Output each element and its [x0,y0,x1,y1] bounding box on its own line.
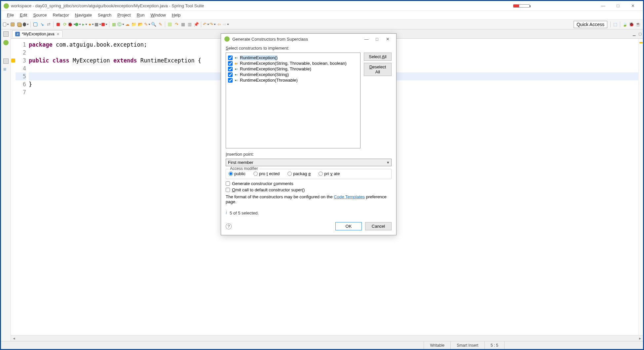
menu-source[interactable]: Source [30,12,49,18]
restore-view-icon[interactable] [3,31,9,37]
skip-breakpoints-button[interactable]: ↘ [39,21,45,27]
save-all-button[interactable] [16,21,22,27]
menu-navigate[interactable]: Navigate [72,12,95,18]
help-button[interactable]: ? [226,223,232,229]
constructor-checkbox[interactable] [228,67,233,71]
new-server-button[interactable]: ☁ [124,21,130,27]
constructor-checkbox[interactable] [228,72,233,77]
forward-button[interactable]: ⇨ [223,21,229,27]
dialog-close-button[interactable]: ✕ [382,37,393,42]
constructor-item[interactable]: ●c RuntimeException(String, Throwable) [228,66,358,72]
run-last-button[interactable]: ● [88,21,94,27]
overview-ruler[interactable] [638,39,643,335]
generate-comments-checkbox-row[interactable]: Generate constructor comments [226,181,392,186]
ok-button[interactable]: OK [335,222,362,230]
quick-access-field[interactable]: Quick Access [574,21,607,28]
prev-annotation-button[interactable]: ▦ [180,21,186,27]
perspective-jee-button[interactable]: ☕ [635,21,641,27]
search-button[interactable]: 🔍 [151,21,157,27]
menu-file[interactable]: File [4,12,17,18]
link-editor-button[interactable]: ⇄ [46,21,52,27]
perspective-java-button[interactable]: ⬚ [612,21,618,27]
menu-refactor[interactable]: Refactor [50,12,72,18]
scroll-left-icon[interactable]: ◂ [11,336,17,341]
menu-window[interactable]: Window [148,12,169,18]
omit-super-checkbox[interactable] [226,188,230,192]
new-package-button[interactable]: ▦ [111,21,117,27]
run-button[interactable] [75,21,81,27]
warning-marker-icon[interactable] [11,58,15,62]
menu-run[interactable]: Run [134,12,147,18]
perspective-spring-button[interactable]: 🍃 [622,21,628,27]
back-button[interactable]: ⇦ [216,21,222,27]
maximize-view-button[interactable]: ▢ [637,31,643,37]
public-method-icon: ●c [234,56,239,60]
deselect-all-button[interactable]: Deselect All [364,63,392,76]
editor-tab[interactable]: J *MyException.java ✕ [12,30,62,37]
code-templates-link[interactable]: Code Templates [334,194,365,199]
open-resource-button[interactable]: 📂 [137,21,143,27]
menu-search[interactable]: Search [95,12,114,18]
maximize-button[interactable]: □ [611,1,625,11]
constructor-item[interactable]: ●c RuntimeException() [228,55,358,60]
dialog-maximize-button[interactable]: □ [372,37,382,42]
overview-warning-mark[interactable] [639,42,643,43]
insertion-point-select[interactable]: First member ▾ [226,159,392,166]
minimize-button[interactable]: — [596,1,611,11]
relaunch-button[interactable]: ⟳ [62,21,68,27]
team-button[interactable] [23,21,29,27]
menu-edit[interactable]: Edit [17,12,30,18]
constructor-checkbox[interactable] [228,61,233,66]
select-all-button[interactable]: Select All [364,53,392,61]
new-button[interactable] [3,21,9,27]
back-history-button[interactable]: ↶ [203,21,209,27]
toggle-breadcrumb-button[interactable] [32,21,38,27]
radio-public[interactable]: public [229,171,246,176]
package-explorer-icon[interactable] [3,40,9,45]
outline-icon[interactable]: ⊞ [3,67,9,72]
dialog-minimize-button[interactable]: — [361,37,372,42]
next-annotation-button[interactable]: ↷ [173,21,179,27]
radio-private[interactable]: private [319,171,340,176]
editor-tab-label: *MyException.java [22,32,55,36]
menu-project[interactable]: Project [115,12,133,18]
pin-button[interactable]: 📌 [193,21,199,27]
constructor-checkbox[interactable] [228,78,233,83]
generate-comments-checkbox[interactable] [226,181,230,186]
constructor-item[interactable]: ●c RuntimeException(Throwable) [228,77,358,83]
perspective-debug-button[interactable]: 🐞 [628,21,634,27]
constructor-item[interactable]: ◆c RuntimeException(String, Throwable, b… [228,60,358,66]
dialog-titlebar[interactable]: Generate Constructors from Superclass — … [221,34,396,44]
forward-history-button[interactable]: ↷ [209,21,215,27]
open-task-button[interactable]: ✎ [144,21,150,27]
minimize-view-button[interactable]: ▁ [631,31,637,37]
debug-last-button[interactable] [101,21,107,27]
annotation-button[interactable] [167,21,173,27]
omit-super-checkbox-row[interactable]: Omit call to default constructor super() [226,187,392,192]
close-button[interactable]: ✕ [625,1,640,11]
toggle-mark-button[interactable]: ✎ [157,21,163,27]
app-icon [4,3,9,9]
external-tools-button[interactable]: ▦ [95,21,101,27]
constructor-list[interactable]: ●c RuntimeException() ◆c RuntimeExceptio… [226,53,360,148]
horizontal-scrollbar[interactable]: ◂ ▸ [11,335,643,341]
debug-button[interactable]: 🐞 [68,21,74,27]
save-button[interactable] [10,21,16,27]
radio-protected[interactable]: protected [253,171,280,176]
restore-view2-icon[interactable] [3,58,9,64]
coverage-button[interactable]: ▸ [82,21,88,27]
tab-close-icon[interactable]: ✕ [57,32,59,36]
new-class-button[interactable]: Ⓒ [118,21,124,27]
menu-help[interactable]: Help [169,12,183,18]
open-type-button[interactable]: 📁 [131,21,137,27]
last-edit-button[interactable]: ▥ [187,21,193,27]
radio-package[interactable]: package [287,171,311,176]
chevron-down-icon: ▾ [387,160,389,165]
constructor-checkbox[interactable] [228,56,233,60]
status-insert-mode: Smart Insert [450,341,484,349]
stop-server-button[interactable] [55,21,61,27]
constructor-item[interactable]: ●c RuntimeException(String) [228,72,358,77]
scroll-right-icon[interactable]: ▸ [637,336,643,341]
cancel-button[interactable]: Cancel [365,222,392,230]
protected-method-icon: ◆c [234,61,239,66]
